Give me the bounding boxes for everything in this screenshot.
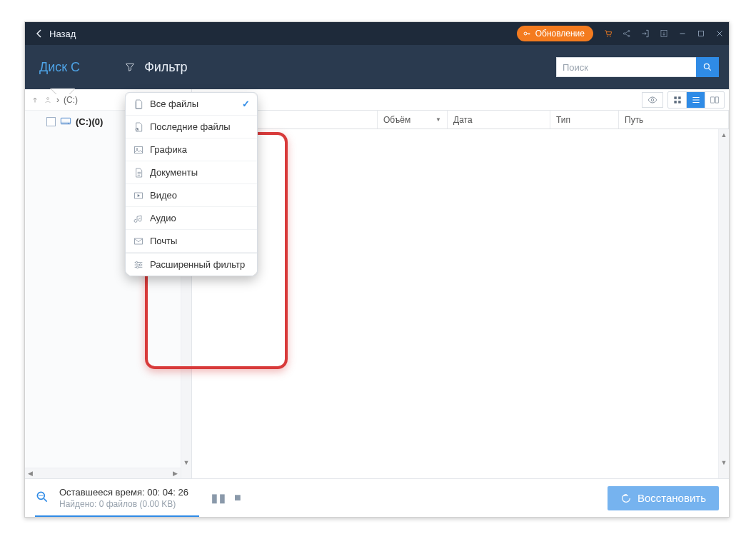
view-detail-button[interactable]	[705, 92, 724, 108]
column-date[interactable]: Дата	[448, 111, 550, 129]
export-button[interactable]	[655, 22, 673, 45]
svg-point-27	[136, 266, 138, 268]
import-icon	[640, 29, 650, 39]
sliders-icon	[133, 259, 144, 271]
right-panel: Объём▼ Дата Тип Путь ▲▼	[192, 89, 729, 478]
video-icon	[133, 190, 144, 201]
maximize-button[interactable]	[692, 22, 710, 45]
mail-icon	[133, 236, 144, 247]
svg-rect-21	[135, 146, 143, 153]
filter-item-video[interactable]: Видео	[126, 184, 257, 207]
document-icon	[133, 167, 144, 178]
column-headers: Объём▼ Дата Тип Путь	[192, 111, 729, 129]
column-path[interactable]: Путь	[619, 111, 729, 129]
location-label: Диск C	[35, 60, 84, 75]
import-button[interactable]	[636, 22, 655, 45]
svg-point-3	[623, 33, 625, 34]
minimize-button[interactable]	[673, 22, 692, 45]
close-button[interactable]	[710, 22, 729, 45]
filter-item-documents[interactable]: Документы	[126, 161, 257, 184]
svg-rect-17	[678, 101, 681, 104]
svg-rect-7	[699, 31, 704, 36]
filter-dropdown: Все файлы ✓ Последние файлы Графика Доку…	[125, 92, 258, 276]
filter-label: Фильтр	[144, 60, 187, 75]
up-arrow-icon[interactable]	[31, 96, 39, 104]
svg-rect-14	[674, 96, 677, 99]
search-button[interactable]	[696, 57, 719, 77]
user-icon	[44, 96, 52, 104]
filter-item-mail[interactable]: Почты	[126, 230, 257, 253]
left-horizontal-scrollbar[interactable]: ◀▶	[25, 468, 181, 478]
scan-status-icon	[35, 490, 49, 507]
svg-point-9	[47, 97, 49, 99]
titlebar: Назад Обновление	[25, 22, 729, 45]
files-icon	[133, 99, 144, 110]
path-text[interactable]: (C:)	[64, 95, 78, 105]
path-separator: ›	[56, 95, 59, 105]
file-list	[192, 129, 729, 478]
svg-rect-15	[678, 96, 681, 99]
filter-item-all[interactable]: Все файлы ✓	[126, 93, 257, 116]
back-button[interactable]: Назад	[25, 22, 87, 45]
footer: Оставшееся время: 00: 04: 26 Найдено: 0 …	[25, 478, 729, 517]
svg-point-22	[136, 148, 138, 149]
tree-item-label: (C:)(0)	[76, 116, 103, 127]
update-button[interactable]: Обновление	[517, 26, 593, 41]
audio-icon	[133, 213, 144, 224]
svg-point-12	[68, 123, 69, 124]
tree-checkbox[interactable]	[46, 117, 56, 126]
svg-rect-16	[674, 101, 677, 104]
view-mode-switch	[667, 91, 725, 109]
key-icon	[523, 29, 531, 38]
right-vertical-scrollbar[interactable]: ▲▼	[718, 129, 729, 478]
export-icon	[659, 29, 669, 39]
view-list-button[interactable]	[687, 92, 705, 108]
scan-remaining: Оставшееся время: 00: 04: 26	[59, 486, 188, 499]
recent-icon	[133, 121, 144, 133]
filter-icon	[124, 61, 136, 73]
scan-progress-bar	[35, 515, 199, 517]
svg-point-1	[607, 36, 608, 37]
grid-icon	[672, 95, 682, 105]
scan-controls: ▮▮ ■	[211, 491, 241, 505]
chevron-left-icon	[36, 29, 42, 38]
column-type[interactable]: Тип	[550, 111, 619, 129]
svg-point-0	[524, 32, 527, 35]
column-size[interactable]: Объём▼	[378, 111, 448, 129]
search-input[interactable]	[556, 57, 696, 77]
svg-point-2	[610, 36, 611, 37]
view-grid-button[interactable]	[668, 92, 687, 108]
view-toolbar	[192, 89, 729, 111]
check-icon: ✓	[242, 99, 250, 109]
cart-button[interactable]	[599, 22, 618, 45]
filter-item-recent[interactable]: Последние файлы	[126, 116, 257, 138]
filter-item-audio[interactable]: Аудио	[126, 207, 257, 230]
app-window: Назад Обновление Диск C Фильтр	[24, 21, 730, 518]
update-label: Обновление	[535, 29, 585, 39]
active-tab-notch	[49, 89, 75, 94]
search-icon	[702, 62, 712, 72]
share-icon	[622, 29, 632, 39]
restore-icon	[620, 493, 632, 504]
cart-icon	[603, 29, 613, 39]
stop-button[interactable]: ■	[234, 491, 241, 505]
sort-desc-icon: ▼	[435, 116, 441, 123]
minimize-icon	[677, 29, 687, 39]
svg-point-8	[704, 64, 709, 69]
filter-item-advanced[interactable]: Расширенный фильтр	[126, 253, 257, 276]
recover-button[interactable]: Восстановить	[608, 486, 719, 510]
scan-found: Найдено: 0 файлов (0.00 KB)	[59, 498, 188, 510]
svg-point-4	[628, 30, 630, 31]
pause-button[interactable]: ▮▮	[211, 491, 227, 505]
filter-button[interactable]: Фильтр	[124, 60, 187, 75]
preview-toggle[interactable]	[642, 92, 663, 108]
close-icon	[715, 29, 725, 39]
detail-icon	[710, 95, 720, 105]
svg-rect-19	[715, 96, 718, 102]
maximize-icon	[696, 29, 706, 39]
share-button[interactable]	[618, 22, 636, 45]
list-icon	[691, 95, 701, 105]
eye-icon	[647, 95, 657, 105]
subheader: Диск C Фильтр	[25, 45, 729, 89]
filter-item-graphics[interactable]: Графика	[126, 138, 257, 161]
